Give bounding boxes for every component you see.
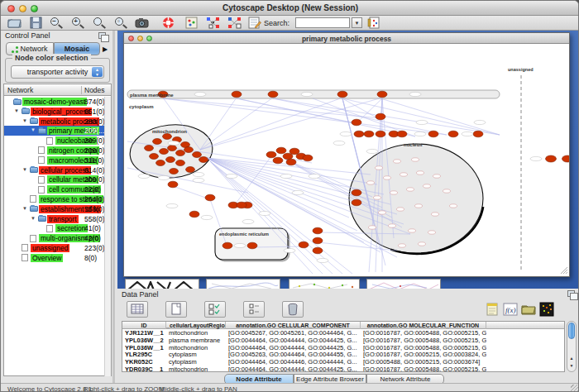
gene-node[interactable]	[352, 119, 361, 126]
plasma-membrane-region[interactable]	[127, 90, 500, 98]
tree-row-establishment-of-lo[interactable]: ▼establishment of lo558(0)	[4, 204, 104, 214]
nucleus-gene-node[interactable]	[423, 184, 431, 188]
float-data-panel-icon[interactable]	[567, 290, 575, 297]
network-tree-header[interactable]: Network Nodes	[4, 84, 111, 96]
gene-label-node[interactable]	[194, 92, 206, 96]
matrix-heatmap-icon[interactable]	[539, 302, 554, 317]
table-column-header[interactable]: _cellularLayoutRegion	[166, 322, 226, 329]
gene-node[interactable]	[352, 199, 361, 206]
nucleus-gene-node[interactable]	[379, 211, 386, 214]
gene-label-node[interactable]	[409, 92, 421, 96]
gene-node[interactable]	[268, 91, 278, 98]
search-options-dropdown[interactable]: ▼	[352, 17, 362, 28]
tree-row-nitrogen-compo[interactable]: nitrogen compo209(0)	[4, 146, 104, 155]
node-color-dropdown[interactable]: transporter activity ▲▼	[11, 65, 104, 79]
scrollbar-thumb[interactable]	[568, 323, 575, 339]
tree-row-response-to-stimulu[interactable]: response to stimulu264(0)	[4, 194, 104, 204]
table-row[interactable]: YKR052Ccytoplasm[GO:0044464, GO:0044446,…	[122, 359, 565, 366]
nucleus-gene-node[interactable]	[419, 242, 426, 246]
table-row[interactable]: YPL036W__2plasma membrane[GO:0044464, GO…	[122, 337, 565, 345]
notepad-icon[interactable]	[485, 302, 500, 317]
gene-label-node[interactable]	[280, 174, 292, 178]
network-window-titlebar[interactable]: primary metabolic process	[124, 33, 569, 44]
tree-row-nucleobase-[interactable]: nucleobase-209(0)	[4, 136, 104, 146]
screenshot-camera-icon[interactable]	[135, 17, 149, 29]
expander-icon[interactable]: ▼	[22, 206, 27, 211]
window-resize-grip[interactable]	[561, 267, 567, 274]
gene-label-node[interactable]	[292, 190, 304, 194]
tree-row-unassigned[interactable]: unassigned223(0)	[4, 243, 104, 253]
gene-label-node[interactable]	[416, 120, 428, 124]
gene-label-node[interactable]	[166, 203, 178, 208]
nucleus-gene-node[interactable]	[390, 191, 398, 194]
gene-label-node[interactable]	[317, 258, 328, 262]
nucleus-gene-node[interactable]	[415, 204, 423, 208]
gene-label-node[interactable]	[462, 131, 473, 136]
gene-label-node[interactable]	[340, 131, 352, 136]
gene-label-node[interactable]	[242, 219, 254, 223]
new-attribute-button[interactable]	[165, 301, 187, 318]
open-file-icon[interactable]	[7, 17, 22, 29]
tree-row-cellular-process[interactable]: ▼cellular process614(0)	[4, 165, 104, 175]
scroll-up-arrow[interactable]: ▲	[568, 355, 575, 362]
resize-grip[interactable]	[571, 385, 579, 392]
gene-label-node[interactable]	[284, 248, 295, 252]
gene-label-node[interactable]	[309, 174, 320, 178]
formula-fx-icon[interactable]: f(x)	[503, 302, 518, 317]
attribute-table-button[interactable]	[127, 301, 148, 318]
zoom-in-icon[interactable]: +	[72, 17, 80, 26]
nucleus-gene-node[interactable]	[394, 160, 401, 163]
gene-node[interactable]	[376, 131, 385, 137]
gene-node[interactable]	[448, 131, 458, 137]
open-attributes-folder-icon[interactable]	[521, 302, 536, 317]
zoom-selected-icon[interactable]: ▫	[115, 17, 123, 26]
gene-node[interactable]	[160, 149, 169, 155]
gene-label-node[interactable]	[414, 131, 426, 136]
gene-label-node[interactable]	[234, 243, 246, 247]
tree-row-macromolecule[interactable]: macromolecule311(0)	[4, 155, 104, 165]
tree-row-secretion[interactable]: secretion41(0)	[4, 223, 104, 233]
gene-label-node[interactable]	[226, 174, 237, 178]
tree-scrollbar[interactable]	[104, 97, 111, 376]
gene-node[interactable]	[364, 131, 374, 137]
gene-node[interactable]	[562, 155, 570, 162]
tree-row-primary-metabo[interactable]: ▼primary metabo209(...	[4, 126, 104, 136]
nucleus-gene-node[interactable]	[412, 158, 419, 161]
gene-node[interactable]	[286, 159, 296, 165]
gene-label-node[interactable]	[530, 156, 542, 160]
gene-node[interactable]	[153, 139, 162, 145]
gene-node[interactable]	[184, 147, 194, 153]
scroll-down-arrow[interactable]: ▼	[568, 362, 575, 370]
gene-node[interactable]	[170, 169, 179, 174]
gene-node[interactable]	[266, 151, 276, 158]
tree-row-multi-organism-pro[interactable]: multi-organism pro42(0)	[4, 233, 104, 243]
gene-node[interactable]	[176, 160, 185, 166]
gene-label-node[interactable]	[474, 120, 486, 124]
gene-node[interactable]	[247, 242, 257, 249]
expander-icon[interactable]: ▼	[31, 127, 36, 132]
nucleus-gene-node[interactable]	[399, 244, 406, 247]
unselect-attributes-button[interactable]	[243, 301, 265, 318]
gene-node[interactable]	[199, 157, 208, 163]
nucleus-gene-node[interactable]	[374, 196, 381, 199]
gene-node[interactable]	[299, 241, 309, 248]
gene-node[interactable]	[273, 157, 283, 164]
gene-label-node[interactable]	[193, 172, 204, 176]
nucleus-gene-node[interactable]	[428, 231, 436, 234]
gene-node[interactable]	[145, 146, 154, 151]
expander-icon[interactable]: ▼	[22, 167, 27, 172]
table-row[interactable]: YJR121W__1mitochondrion[GO:0045267, GO:0…	[122, 330, 565, 337]
gene-node[interactable]	[283, 153, 293, 160]
node-attribute-table[interactable]: ID_cellularLayoutRegionannotation.GO CEL…	[122, 321, 565, 372]
tree-row-biological-process[interactable]: ▼biological_process651(0)	[4, 107, 104, 117]
delete-attribute-trash-button[interactable]	[282, 301, 304, 318]
gene-label-node[interactable]	[193, 178, 204, 182]
nucleus-gene-node[interactable]	[450, 204, 457, 208]
gene-node[interactable]	[163, 134, 172, 140]
gene-node[interactable]	[176, 151, 185, 156]
float-panel-icon[interactable]	[98, 32, 106, 39]
tree-row-cellular-metabo[interactable]: cellular metabo209(0)	[4, 174, 104, 184]
nucleus-gene-node[interactable]	[400, 173, 408, 176]
tree-row-overview[interactable]: Overview8(0)	[4, 253, 104, 263]
expander-icon[interactable]: ▼	[14, 108, 19, 113]
